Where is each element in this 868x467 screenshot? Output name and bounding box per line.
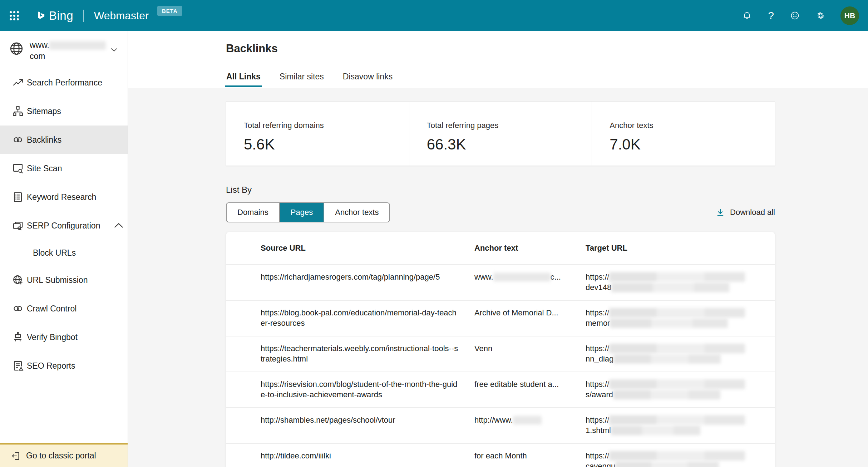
table-row: https://risevision.com/blog/student-of-t…	[226, 372, 775, 407]
redacted-text	[609, 379, 745, 389]
trend-icon	[12, 77, 24, 89]
source-url-cell[interactable]: http://shambles.net/pages/school/vtour	[226, 415, 474, 436]
source-url-cell[interactable]: https://risevision.com/blog/student-of-t…	[226, 379, 474, 400]
sidebar-item-backlinks[interactable]: Backlinks	[0, 126, 128, 154]
site-picker[interactable]: www. com	[0, 31, 128, 68]
redacted-text	[609, 308, 745, 318]
bing-wordmark: Bing	[49, 9, 73, 23]
column-header-source-url: Source URL	[226, 244, 474, 253]
stat-value: 5.6K	[244, 136, 409, 153]
globe-plus-icon	[12, 274, 24, 286]
classic-portal-link[interactable]: Go to classic portal	[0, 443, 128, 467]
help-icon[interactable]: ?	[768, 11, 774, 20]
target-url-cell: https://s/award	[586, 379, 775, 400]
redacted-text	[493, 273, 551, 281]
chevron-down-icon[interactable]	[110, 45, 118, 54]
sidebar-item-label: URL Submission	[27, 275, 88, 285]
report-icon	[12, 360, 24, 372]
column-header-target-url: Target URL	[586, 244, 775, 253]
target-url-cell: https://memor	[586, 308, 775, 328]
sidebar-item-serp-configuration[interactable]: SERP Configuration	[0, 211, 128, 240]
sidebar-item-block-urls[interactable]: Block URLs	[0, 240, 128, 266]
source-url-cell[interactable]: https://teachermaterials.weebly.com/inst…	[226, 343, 474, 364]
source-url-cell[interactable]: https://blog.book-pal.com/education/memo…	[226, 308, 474, 328]
target-url-cell: https://cavengu	[586, 451, 775, 467]
page-head: Backlinks All LinksSimilar sitesDisavow …	[128, 31, 868, 88]
stat-card-total-referring-pages: Total referring pages 66.3K	[409, 102, 592, 166]
app-name: Webmaster	[94, 10, 149, 22]
download-all-label: Download all	[730, 208, 775, 217]
header-divider	[83, 10, 84, 22]
classic-portal-label: Go to classic portal	[26, 451, 96, 461]
sidebar-nav: Search PerformanceSitemapsBacklinksSite …	[0, 68, 128, 380]
list-by-option-pages[interactable]: Pages	[279, 203, 324, 222]
source-url-cell[interactable]: http://tildee.com/iiilki	[226, 451, 474, 467]
link-icon	[12, 303, 24, 315]
sidebar-item-sitemaps[interactable]: Sitemaps	[0, 97, 128, 126]
controls-row: DomainsPagesAnchor texts Download all	[226, 202, 775, 222]
redacted-text	[609, 344, 745, 353]
site-name: www. com	[30, 40, 106, 68]
target-url-cell: https://1.shtml	[586, 415, 775, 436]
stat-value: 66.3K	[427, 136, 592, 153]
redacted-text	[610, 318, 728, 328]
redacted-text	[513, 416, 542, 424]
sidebar-item-seo-reports[interactable]: SEO Reports	[0, 352, 128, 380]
anchor-text-cell: Venn	[474, 343, 586, 364]
sidebar-item-site-scan[interactable]: Site Scan	[0, 154, 128, 183]
anchor-text-cell: Archive of Memorial D...	[474, 308, 586, 328]
redacted-text	[613, 390, 720, 399]
tab-all-links[interactable]: All Links	[225, 72, 262, 88]
bell-icon[interactable]	[742, 11, 752, 20]
waffle-icon[interactable]	[8, 10, 20, 22]
sidebar-item-keyword-research[interactable]: Keyword Research	[0, 183, 128, 211]
settings-gear-icon[interactable]	[816, 11, 825, 20]
backlinks-table: Source URLAnchor textTarget URL https://…	[226, 232, 775, 467]
sidebar-item-search-performance[interactable]: Search Performance	[0, 68, 128, 97]
redacted-text	[609, 415, 745, 425]
tab-similar-sites[interactable]: Similar sites	[278, 72, 325, 88]
stat-label: Total referring domains	[244, 121, 409, 130]
content: Total referring domains 5.6KTotal referr…	[226, 88, 775, 467]
redacted-text	[611, 426, 700, 435]
sidebar-item-url-submission[interactable]: URL Submission	[0, 266, 128, 294]
download-all-button[interactable]: Download all	[715, 207, 775, 217]
redacted-text	[609, 451, 745, 461]
list-by-option-domains[interactable]: Domains	[227, 203, 279, 222]
table-row: https://richardjamesrogers.com/tag/plann…	[226, 264, 775, 300]
bing-b-icon	[35, 9, 46, 23]
sidebar-item-label: Search Performance	[27, 78, 102, 88]
header-actions: ? HB	[726, 6, 859, 25]
feedback-smiley-icon[interactable]	[790, 11, 800, 20]
table-body: https://richardjamesrogers.com/tag/plann…	[226, 264, 775, 467]
table-header: Source URLAnchor textTarget URL	[226, 232, 775, 264]
anchor-text-cell: http://www.	[474, 415, 586, 436]
table-row: https://teachermaterials.weebly.com/inst…	[226, 336, 775, 372]
sidebar-item-label: Keyword Research	[27, 192, 96, 202]
redacted-text	[609, 272, 745, 282]
list-by-segmented-control: DomainsPagesAnchor texts	[226, 202, 390, 222]
top-header: Bing Webmaster BETA ? HB	[0, 0, 868, 31]
user-avatar[interactable]: HB	[840, 6, 859, 25]
sidebar-item-label: Backlinks	[27, 135, 61, 145]
list-by-label: List By	[226, 185, 775, 195]
bing-logo[interactable]: Bing	[35, 9, 73, 23]
source-url-cell[interactable]: https://richardjamesrogers.com/tag/plann…	[226, 272, 474, 293]
sidebar-item-verify-bingbot[interactable]: Verify Bingbot	[0, 323, 128, 352]
redacted-site-name	[49, 41, 106, 50]
sidebar-item-label: Site Scan	[27, 164, 62, 173]
sidebar: www. com Search PerformanceSitemapsBackl…	[0, 31, 128, 467]
redacted-text	[613, 354, 721, 364]
stat-card-anchor-texts: Anchor texts 7.0K	[592, 102, 775, 166]
column-header-anchor-text: Anchor text	[474, 244, 586, 253]
site-scan-icon	[12, 162, 24, 174]
serp-icon	[12, 220, 24, 232]
target-url-cell: https://dev148	[586, 272, 775, 293]
stat-label: Anchor texts	[610, 121, 775, 130]
sidebar-item-label: Crawl Control	[27, 304, 77, 314]
tab-disavow-links[interactable]: Disavow links	[342, 72, 394, 88]
sidebar-item-label: Verify Bingbot	[27, 333, 78, 342]
list-by-option-anchor-texts[interactable]: Anchor texts	[324, 203, 389, 222]
sidebar-item-crawl-control[interactable]: Crawl Control	[0, 294, 128, 323]
sidebar-item-label: SERP Configuration	[27, 221, 100, 231]
